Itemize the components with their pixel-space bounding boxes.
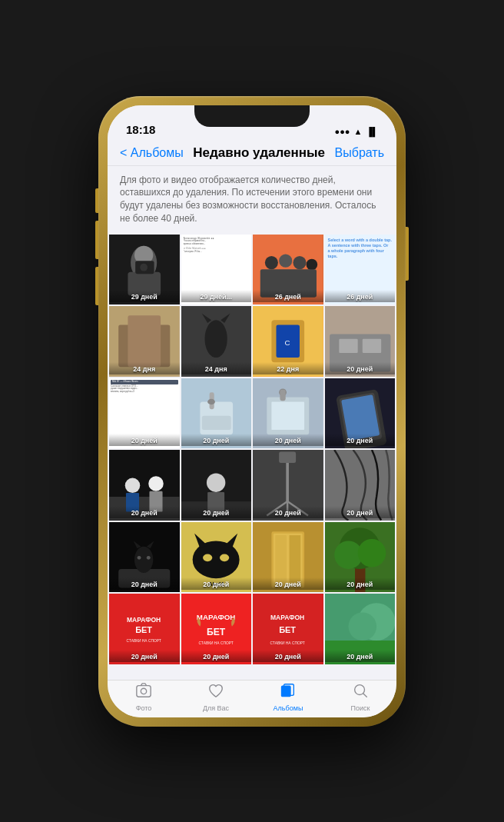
days-label: 20 дней xyxy=(325,577,396,590)
phone-screen: 18:18 ●●● ▲ ▐▌ < Альбомы Недавно удаленн… xyxy=(108,105,396,717)
days-label: 24 дня xyxy=(181,362,252,374)
photo-item[interactable]: МАРАФОН БЕТ СТАВКИ НА СПОРТ 20 дней xyxy=(109,594,180,664)
select-button[interactable]: Выбрать xyxy=(335,146,384,160)
photo-item[interactable]: 20 дней xyxy=(253,378,323,449)
tab-search-label: Поиск xyxy=(351,704,370,712)
svg-point-101 xyxy=(141,688,146,694)
svg-text:СТАВКИ НА СПОРТ: СТАВКИ НА СПОРТ xyxy=(270,641,304,645)
days-label: 20 дней xyxy=(109,650,180,662)
svg-rect-26 xyxy=(339,339,357,353)
svg-line-105 xyxy=(363,694,367,697)
svg-text:БЕТ: БЕТ xyxy=(206,627,225,637)
photo-item[interactable]: 20 дней xyxy=(109,522,180,593)
svg-point-50 xyxy=(206,474,224,492)
notch xyxy=(194,105,310,127)
tab-foryou[interactable]: Для Вас xyxy=(180,682,252,712)
days-label: 20 дней xyxy=(181,434,252,446)
search-icon xyxy=(352,682,369,703)
days-label: 24 дня xyxy=(109,362,180,374)
days-label: 20 дней xyxy=(109,577,180,590)
description-text: Для фото и видео отображается количество… xyxy=(120,174,384,225)
tab-foto[interactable]: Фото xyxy=(108,682,180,712)
photo-item[interactable]: 20 дней xyxy=(325,450,396,521)
svg-point-82 xyxy=(357,539,386,567)
tab-search[interactable]: Поиск xyxy=(324,682,396,712)
days-label: 20 дней xyxy=(181,506,252,518)
svg-point-71 xyxy=(220,554,229,561)
photo-item[interactable]: 20 дней xyxy=(325,378,396,449)
days-label: 26 дней xyxy=(253,290,323,302)
days-label: 20 дней xyxy=(253,434,323,446)
main-content: Для фото и видео отображается количество… xyxy=(108,166,396,670)
days-label: 22 дня xyxy=(253,362,323,374)
days-label: 20 дней xyxy=(181,650,252,662)
days-label: 20 дней xyxy=(253,577,323,590)
photo-item[interactable]: МАРАФОН БЕТ СТАВКИ НА СПОРТ 20 дней xyxy=(253,594,323,664)
days-label: 20 дней xyxy=(253,506,323,518)
back-button[interactable]: < Альбомы xyxy=(120,146,184,160)
photo-item[interactable]: 20 дней xyxy=(181,378,252,449)
volume-down-button[interactable] xyxy=(95,267,98,305)
photo-item[interactable]: 29 дней xyxy=(109,235,180,305)
svg-point-9 xyxy=(279,254,292,267)
svg-point-11 xyxy=(307,258,318,270)
photo-item[interactable]: 20 дней xyxy=(181,450,252,521)
days-label: 29 дней xyxy=(109,290,180,302)
svg-point-44 xyxy=(125,478,141,494)
svg-text:МАРАФОН: МАРАФОН xyxy=(270,614,304,621)
power-button[interactable] xyxy=(406,227,409,281)
days-label: 20 дней xyxy=(325,506,396,518)
status-time: 18:18 xyxy=(126,123,155,136)
photo-item[interactable]: C 22 дня xyxy=(253,306,323,377)
photo-item[interactable]: 26 дней xyxy=(253,235,323,305)
svg-rect-57 xyxy=(279,452,296,464)
photo-item[interactable]: 20 дней xyxy=(325,522,396,593)
days-label: 20 дней xyxy=(181,577,252,590)
photo-item[interactable]: 20 дней xyxy=(325,306,396,377)
phone-device: 18:18 ●●● ▲ ▐▌ < Альбомы Недавно удаленн… xyxy=(98,96,406,727)
tab-bar: Фото Для Вас xyxy=(108,680,396,717)
tab-albums[interactable]: Альбомы xyxy=(252,682,324,712)
days-label: 29 дней... xyxy=(181,290,252,302)
svg-point-65 xyxy=(147,556,151,560)
photo-item[interactable]: Select a word with a double tap. A sente… xyxy=(325,235,396,305)
tab-foryou-label: Для Вас xyxy=(203,704,229,712)
svg-point-70 xyxy=(203,554,212,561)
svg-point-64 xyxy=(138,556,141,560)
mute-button[interactable] xyxy=(95,188,98,213)
battery-icon: ▐▌ xyxy=(366,127,378,136)
volume-up-button[interactable] xyxy=(95,221,98,259)
photo-item[interactable]: МАРАФОН БЕТ СТАВКИ НА СПОРТ 20 дней xyxy=(181,594,252,664)
svg-rect-76 xyxy=(275,535,287,584)
days-label: 26 дней xyxy=(325,290,396,302)
photo-item[interactable]: 20 дней xyxy=(325,594,396,664)
days-label: 20 дней xyxy=(109,434,180,446)
photo-item[interactable]: 24 дня xyxy=(109,306,180,377)
photo-item[interactable]: 24 дня xyxy=(181,306,252,377)
svg-point-8 xyxy=(265,256,278,269)
status-icons: ●●● ▲ ▐▌ xyxy=(335,127,378,136)
description-box: Для фото и видео отображается количество… xyxy=(108,166,396,235)
svg-point-46 xyxy=(148,476,164,491)
days-label: 20 дней xyxy=(325,434,396,446)
photo-item[interactable]: 20 дней xyxy=(253,450,323,521)
photo-item[interactable]: 20 дней xyxy=(109,450,180,521)
svg-text:МАРАФОН: МАРАФОН xyxy=(127,616,161,624)
photo-item[interactable]: МЫ ВГ — #Наша Жизнь Сколькие отвела в ОТ… xyxy=(109,378,180,449)
svg-rect-27 xyxy=(362,339,380,353)
svg-rect-35 xyxy=(271,401,304,430)
photo-item[interactable]: AheM 20 дней xyxy=(181,522,252,593)
photo-item[interactable]: 20 дней xyxy=(253,522,323,593)
photo-item[interactable]: Александр Журавлёв ●● Россия отправит на… xyxy=(181,235,252,305)
svg-point-61 xyxy=(134,546,153,572)
svg-text:C: C xyxy=(285,338,290,347)
days-label: 20 дней xyxy=(253,650,323,662)
svg-text:СТАВКИ НА СПОРТ: СТАВКИ НА СПОРТ xyxy=(126,640,161,644)
photo-grid: 29 дней Александр Журавлёв ●● Россия отп… xyxy=(108,235,396,664)
svg-rect-99 xyxy=(325,594,396,641)
navigation-bar: < Альбомы Недавно удаленные Выбрать xyxy=(108,139,396,166)
svg-rect-32 xyxy=(201,415,230,429)
foryou-icon xyxy=(207,682,224,703)
days-label: 20 дней xyxy=(325,362,396,374)
svg-rect-77 xyxy=(290,535,301,584)
